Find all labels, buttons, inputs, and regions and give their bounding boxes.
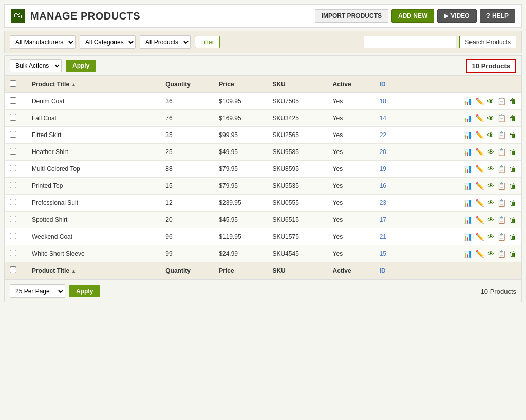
edit-icon[interactable]: ✏️ [475,97,484,105]
bulk-actions-select[interactable]: Bulk Actions Delete Activate Deactivate [10,59,62,72]
copy-icon[interactable]: 📋 [497,97,506,105]
visibility-icon[interactable]: 👁 [487,250,494,258]
delete-icon[interactable]: 🗑 [509,148,516,156]
copy-icon[interactable]: 📋 [497,182,506,190]
row-id-link[interactable]: 23 [380,199,386,206]
stats-icon[interactable]: 📊 [463,233,472,241]
visibility-icon[interactable]: 👁 [487,131,494,139]
row-checkbox[interactable] [10,216,16,222]
delete-icon[interactable]: 🗑 [509,233,516,241]
edit-icon[interactable]: ✏️ [475,165,484,173]
filter-button[interactable]: Filter [195,36,220,48]
delete-icon[interactable]: 🗑 [509,250,516,258]
row-id-link[interactable]: 18 [380,98,386,105]
categories-select[interactable]: All Categories Category 1 Category 2 [80,35,136,49]
action-icons-group: 📊 ✏️ 👁 📋 🗑 [420,216,516,224]
copy-icon[interactable]: 📋 [497,148,506,156]
per-page-select[interactable]: 25 Per Page 10 Per Page 50 Per Page 100 … [10,284,65,298]
stats-icon[interactable]: 📊 [463,114,472,122]
add-new-button[interactable]: ADD NEW [391,9,434,23]
select-all-checkbox[interactable] [10,80,16,87]
search-input[interactable] [364,36,456,48]
search-button[interactable]: Search Products [459,36,516,48]
stats-icon[interactable]: 📊 [463,199,472,207]
footer-select-all-checkbox[interactable] [10,266,16,273]
footer-qty-col[interactable]: Quantity [160,262,214,279]
delete-icon[interactable]: 🗑 [509,216,516,224]
row-id-link[interactable]: 14 [380,114,386,122]
stats-icon[interactable]: 📊 [463,216,472,224]
stats-icon[interactable]: 📊 [463,250,472,258]
stats-icon[interactable]: 📊 [463,131,472,139]
row-qty: 88 [160,161,214,178]
copy-icon[interactable]: 📋 [497,233,506,241]
header-active-col[interactable]: Active [328,76,374,93]
delete-icon[interactable]: 🗑 [509,131,516,139]
footer-apply-button[interactable]: Apply [69,285,100,297]
row-id-link[interactable]: 19 [380,165,386,173]
delete-icon[interactable]: 🗑 [509,97,516,105]
copy-icon[interactable]: 📋 [497,165,506,173]
footer-id-col[interactable]: ID [374,262,415,279]
visibility-icon[interactable]: 👁 [487,114,494,122]
footer-sku-col[interactable]: SKU [267,262,327,279]
edit-icon[interactable]: ✏️ [475,216,484,224]
visibility-icon[interactable]: 👁 [487,233,494,241]
row-id-link[interactable]: 21 [380,233,386,240]
row-checkbox[interactable] [10,148,16,155]
delete-icon[interactable]: 🗑 [509,165,516,173]
footer-price-col[interactable]: Price [214,262,267,279]
stats-icon[interactable]: 📊 [463,165,472,173]
video-button[interactable]: ▶ VIDEO [437,9,476,23]
edit-icon[interactable]: ✏️ [475,182,484,190]
copy-icon[interactable]: 📋 [497,199,506,207]
bulk-apply-button[interactable]: Apply [66,60,96,72]
row-checkbox[interactable] [10,131,16,138]
row-checkbox[interactable] [10,250,16,256]
row-checkbox[interactable] [10,182,16,188]
help-button[interactable]: ? HELP [480,9,515,23]
copy-icon[interactable]: 📋 [497,131,506,139]
delete-icon[interactable]: 🗑 [509,182,516,190]
import-products-button[interactable]: IMPORT PRODUCTS [315,9,388,23]
header-price-col[interactable]: Price [214,76,267,93]
visibility-icon[interactable]: 👁 [487,148,494,156]
edit-icon[interactable]: ✏️ [475,148,484,156]
footer-active-col[interactable]: Active [328,262,374,279]
row-checkbox[interactable] [10,199,16,205]
row-checkbox[interactable] [10,97,16,104]
row-checkbox[interactable] [10,233,16,239]
footer-title-col[interactable]: Product Title ▲ [27,262,160,279]
edit-icon[interactable]: ✏️ [475,131,484,139]
delete-icon[interactable]: 🗑 [509,114,516,122]
visibility-icon[interactable]: 👁 [487,97,494,105]
header-sku-col[interactable]: SKU [267,76,327,93]
manufacturers-select[interactable]: All Manufacturers Manufacturer 1 Manufac… [10,35,76,49]
stats-icon[interactable]: 📊 [463,148,472,156]
header-qty-col[interactable]: Quantity [160,76,214,93]
edit-icon[interactable]: ✏️ [475,250,484,258]
edit-icon[interactable]: ✏️ [475,114,484,122]
visibility-icon[interactable]: 👁 [487,182,494,190]
row-checkbox[interactable] [10,114,16,121]
copy-icon[interactable]: 📋 [497,250,506,258]
stats-icon[interactable]: 📊 [463,182,472,190]
visibility-icon[interactable]: 👁 [487,216,494,224]
row-id-link[interactable]: 16 [380,182,386,189]
row-checkbox[interactable] [10,165,16,171]
visibility-icon[interactable]: 👁 [487,165,494,173]
row-id-link[interactable]: 22 [380,131,386,139]
edit-icon[interactable]: ✏️ [475,233,484,241]
copy-icon[interactable]: 📋 [497,216,506,224]
header-id-col[interactable]: ID [374,76,415,93]
copy-icon[interactable]: 📋 [497,114,506,122]
visibility-icon[interactable]: 👁 [487,199,494,207]
stats-icon[interactable]: 📊 [463,97,472,105]
row-id-link[interactable]: 17 [380,216,386,223]
row-id-link[interactable]: 20 [380,148,386,156]
edit-icon[interactable]: ✏️ [475,199,484,207]
delete-icon[interactable]: 🗑 [509,199,516,207]
products-filter-select[interactable]: All Products Active Inactive [140,35,191,49]
row-id-link[interactable]: 15 [380,250,386,257]
header-title-col[interactable]: Product Title ▲ [27,76,160,93]
